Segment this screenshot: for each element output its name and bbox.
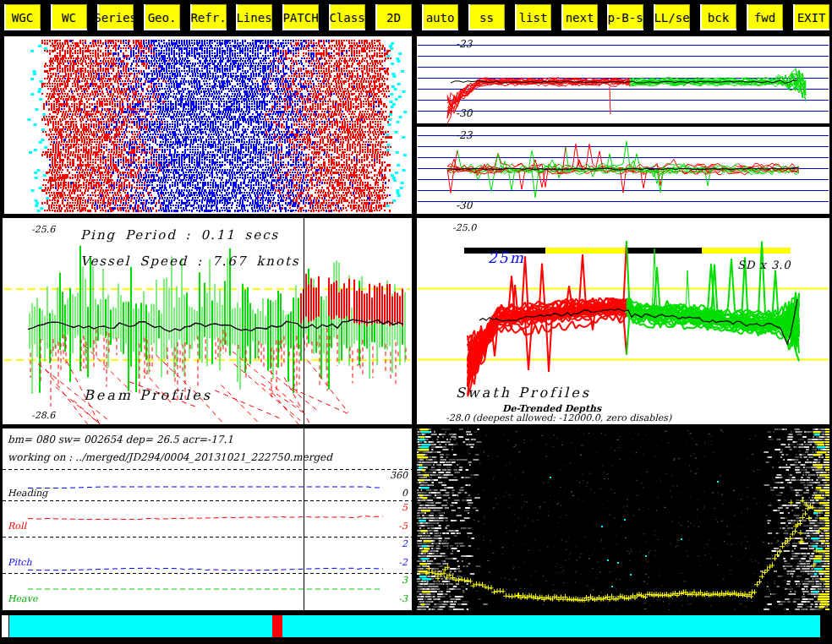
channel-max-pitch: 2 (402, 539, 408, 548)
toolbar-button-geo-[interactable]: Geo. (143, 3, 181, 31)
toolbar-button-series[interactable]: Series (96, 3, 134, 31)
ping-period-label: Ping Period : 0.11 secs (80, 229, 279, 242)
vessel-speed-label: Vessel Speed : 7.67 knots (80, 255, 300, 268)
channel-max-roll: 5 (402, 503, 408, 512)
sonar-waterfall-canvas[interactable] (417, 428, 829, 610)
beam-profiles-panel: -25.6 Ping Period : 0.11 secs Vessel Spe… (2, 217, 413, 425)
toolbar-button-p-b-s[interactable]: p-B-s (606, 3, 644, 31)
profile-mid-panel: -23 -30 (416, 126, 830, 215)
toolbar-button-next[interactable]: next (561, 3, 599, 31)
toolbar-button-refr-[interactable]: Refr. (189, 3, 227, 31)
scrollbar-position-marker[interactable] (272, 615, 282, 637)
toolbar-button-2d[interactable]: 2D (375, 3, 413, 31)
attitude-panel: bm= 080 sw= 002654 dep= 26.5 acr=-17.1 w… (2, 428, 413, 611)
toolbar-button-lines[interactable]: Lines (235, 3, 273, 31)
channel-label-pitch: Pitch (8, 558, 32, 567)
toolbar-button-exit[interactable]: EXIT (792, 3, 830, 31)
toolbar-button-wgc[interactable]: WGC (3, 3, 41, 31)
channel-label-roll: Roll (8, 521, 26, 531)
swathed-app: WGCWCSeriesGeo.Refr.LinesPATCHClass2Daut… (0, 0, 832, 644)
scale-bar-label: 25m (488, 251, 525, 265)
swath-profiles-title: Swath Profiles (456, 386, 591, 400)
profile-top-max-label: -23 (456, 39, 472, 49)
working-file-line: working on : ../merged/JD294/0004_201310… (8, 452, 332, 462)
scrollbar-track[interactable] (9, 615, 820, 637)
toolbar-button-bck[interactable]: bck (699, 3, 737, 31)
scrollbar-end-cap[interactable] (2, 615, 8, 637)
toolbar-button-ss[interactable]: ss (468, 3, 506, 31)
channel-min-pitch: -2 (398, 558, 408, 567)
profile-mid-min-label: -30 (456, 200, 472, 210)
profile-mid-max-label: -23 (456, 130, 472, 140)
toolbar-button-wc[interactable]: WC (50, 3, 88, 31)
channel-max-heading: 360 (390, 471, 408, 480)
toolbar-button-auto[interactable]: auto (421, 3, 459, 31)
profile-mid-canvas[interactable] (417, 127, 829, 214)
sd-multiplier-label: SD x 3.0 (737, 259, 791, 270)
channel-label-heading: Heading (8, 488, 47, 498)
channel-label-heave: Heave (8, 594, 37, 603)
beam-depth-bottom-label: -28.6 (31, 411, 55, 420)
swath-depth-top-label: -25.0 (452, 223, 476, 232)
beam-depth-top-label: -25.6 (31, 225, 55, 234)
toolbar-button-ll-se[interactable]: LL/se (653, 3, 691, 31)
channel-min-heading: 0 (402, 488, 408, 498)
profile-top-min-label: -30 (456, 108, 472, 118)
file-scrollbar (0, 614, 832, 639)
toolbar-button-class[interactable]: Class (328, 3, 366, 31)
toolbar-button-fwd[interactable]: fwd (746, 3, 784, 31)
profile-top-panel: -23 -30 (416, 35, 830, 124)
toolbar-button-list[interactable]: list (514, 3, 552, 31)
toolbar-button-patch[interactable]: PATCH (282, 3, 320, 31)
swath-profiles-panel: -25.0 25m SD x 3.0 Swath Profiles De-Tre… (416, 217, 830, 425)
channel-max-heave: 3 (402, 576, 408, 585)
channel-min-roll: -5 (398, 521, 408, 531)
beam-profiles-title: Beam Profiles (84, 389, 212, 402)
status-line: bm= 080 sw= 002654 dep= 26.5 acr=-17.1 (8, 434, 233, 445)
flag-editor-canvas[interactable] (4, 36, 412, 214)
depth-limit-label: -28.0 (deepest allowed: -12000.0, zero d… (446, 413, 671, 423)
sonar-waterfall-panel (416, 428, 830, 611)
flag-editor-panel (3, 35, 413, 215)
profile-top-canvas[interactable] (417, 36, 829, 123)
channel-min-heave: -3 (398, 594, 408, 603)
